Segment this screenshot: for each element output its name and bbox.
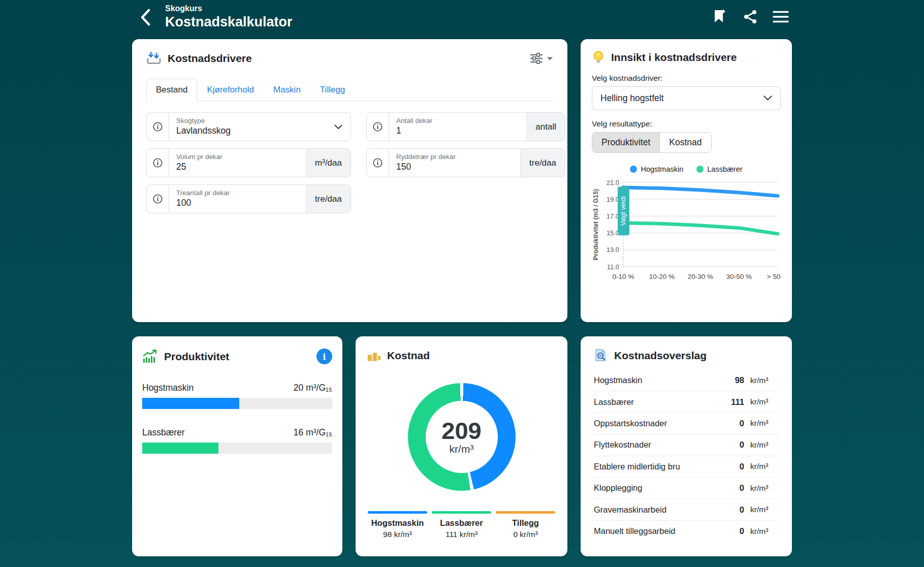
sliders-icon	[530, 52, 543, 65]
ryddetraer-pr-dekar-input[interactable]: Ryddetrær pr dekar 150 tre/daa	[366, 148, 565, 177]
donut-center: 209 kr/m³	[426, 401, 498, 473]
document-search-icon	[594, 349, 608, 363]
antall-dekar-input[interactable]: Antall dekar 1 antall	[366, 112, 565, 141]
insight-chart-legend: Hogstmaskin Lassbærer	[592, 165, 781, 173]
tab-bestand[interactable]: Bestand	[146, 79, 197, 101]
cost-estimate-title: Kostnadsoverslag	[614, 350, 707, 362]
cost-title: Kostnad	[387, 350, 430, 362]
legend-value: 98 kr/m³	[368, 530, 427, 539]
field-unit: tre/daa	[306, 185, 351, 213]
legend-color-bar	[368, 511, 427, 514]
legend-label: Hogstmaskin	[368, 518, 427, 528]
row-label: Hogstmaskin	[594, 375, 721, 385]
info-icon[interactable]	[367, 113, 389, 141]
result-type-label: Velg resultattype:	[592, 119, 781, 129]
caret-down-icon	[547, 56, 553, 61]
productivity-title: Produktivitet	[164, 351, 229, 363]
cost-legend: Hogstmaskin 98 kr/m³ Lassbærer 111 kr/m³…	[367, 511, 556, 539]
lassbaerer-progress-bar	[142, 443, 218, 454]
row-label: Klopplegging	[594, 483, 721, 493]
share-button[interactable]	[742, 8, 759, 25]
field-label: Skogtype	[176, 116, 326, 125]
cost-driver-select-value: Helling hogstfelt	[600, 93, 763, 104]
hogstmaskin-progress-bar	[142, 398, 239, 409]
field-unit: tre/daa	[520, 149, 565, 177]
app-header: Skogkurs Kostnadskalkulator	[0, 0, 924, 33]
productivity-line-chart[interactable]: 21.019.017.015.013.011.00-10 %10-20 %20-…	[592, 177, 781, 295]
svg-text:Produktivitet (m3 / G15): Produktivitet (m3 / G15)	[592, 189, 599, 260]
progress-track	[142, 443, 332, 454]
cost-donut-chart[interactable]: 209 kr/m³	[408, 383, 516, 491]
row-unit: kr/m³	[750, 505, 779, 514]
row-label: Etablere midlertidig bru	[594, 462, 721, 471]
productivity-info-button[interactable]: i	[316, 349, 332, 364]
total-cost-unit: kr/m³	[450, 443, 474, 455]
row-value: 0	[721, 505, 744, 515]
legend-tillegg: Tillegg 0 kr/m³	[496, 511, 555, 539]
svg-text:15.0: 15.0	[607, 229, 619, 237]
treantall-pr-dekar-input[interactable]: Treantall pr dekar 100 tre/daa	[146, 184, 351, 213]
share-icon	[743, 9, 758, 24]
chevron-down-icon	[763, 96, 772, 101]
legend-label: Lassbærer	[432, 518, 491, 528]
bookmark-add-icon	[713, 9, 726, 24]
info-icon[interactable]	[147, 185, 169, 213]
hogstmaskin-legend-dot	[630, 166, 637, 173]
driver-select-label: Velg kostnadsdriver:	[592, 74, 781, 83]
info-icon[interactable]	[367, 149, 389, 177]
cost-drivers-icon	[146, 51, 162, 66]
cost-drivers-card: Kostnadsdrivere Bestand Kjøreforhold Mas…	[132, 39, 567, 322]
field-label: Ryddetrær pr dekar	[396, 152, 520, 161]
svg-text:21.0: 21.0	[607, 179, 619, 186]
info-icon[interactable]	[147, 149, 169, 177]
svg-text:30-50 %: 30-50 %	[726, 273, 752, 280]
field-value: 25	[176, 161, 306, 173]
cost-card: Kostnad 209 kr/m³ Hogstmaskin 98 kr/m³ L…	[356, 336, 567, 556]
info-icon[interactable]	[147, 113, 169, 141]
table-row: Manuelt tilleggsarbeid0kr/m³	[594, 521, 779, 542]
result-type-toggle: Produktivitet Kostnad	[592, 132, 712, 153]
svg-text:> 50 %: > 50 %	[767, 273, 781, 280]
row-label: Oppstartskostnader	[594, 419, 721, 428]
table-row: Hogstmaskin98kr/m³	[594, 370, 779, 391]
table-row: Lassbærer111kr/m³	[594, 391, 779, 413]
svg-text:17.0: 17.0	[607, 212, 619, 220]
result-cost-button[interactable]: Kostnad	[659, 133, 711, 152]
lightbulb-icon	[592, 50, 605, 65]
row-unit: kr/m³	[750, 419, 779, 428]
table-row: Gravemaskinarbeid0kr/m³	[594, 499, 779, 520]
back-button[interactable]	[135, 7, 155, 27]
skogtype-select[interactable]: Skogtype Lavlandsskog	[146, 112, 351, 141]
tab-tillegg[interactable]: Tillegg	[310, 79, 355, 101]
back-arrow-icon	[140, 9, 151, 26]
legend-color-bar	[496, 511, 555, 514]
svg-text:13.0: 13.0	[607, 246, 619, 254]
machine-label: Lassbærer	[142, 427, 185, 438]
row-value: 0	[721, 483, 744, 493]
chevron-down-icon	[326, 113, 351, 141]
svg-text:Valgt verdi: Valgt verdi	[620, 196, 627, 226]
machine-value: 20 m³/G₁₅	[294, 383, 332, 393]
row-label: Manuelt tilleggsarbeid	[594, 526, 721, 536]
cost-drivers-title: Kostnadsdrivere	[168, 52, 252, 65]
filter-settings-button[interactable]	[530, 52, 553, 65]
legend-value: 0 kr/m³	[496, 530, 555, 539]
legend-label: Lassbærer	[707, 165, 742, 173]
legend-value: 111 kr/m³	[432, 530, 491, 539]
tab-maskin[interactable]: Maskin	[264, 79, 310, 101]
coins-icon	[367, 349, 381, 363]
productivity-card: Produktivitet i Hogstmaskin 20 m³/G₁₅ La…	[132, 336, 342, 556]
machine-label: Hogstmaskin	[142, 383, 194, 393]
row-value: 111	[721, 397, 744, 407]
field-unit: m³/daa	[306, 149, 351, 177]
row-unit: kr/m³	[750, 376, 779, 385]
volum-pr-dekar-input[interactable]: Volum pr dekar 25 m³/daa	[146, 148, 351, 177]
row-value: 0	[721, 440, 744, 450]
lassbaerer-legend-dot	[696, 166, 704, 173]
menu-button[interactable]	[772, 8, 789, 25]
bookmark-add-button[interactable]	[711, 8, 728, 25]
result-productivity-button[interactable]: Produktivitet	[592, 133, 659, 152]
tab-kjoreforhold[interactable]: Kjøreforhold	[197, 79, 264, 101]
row-value: 98	[721, 375, 744, 385]
cost-driver-select[interactable]: Helling hogstfelt	[592, 86, 781, 110]
